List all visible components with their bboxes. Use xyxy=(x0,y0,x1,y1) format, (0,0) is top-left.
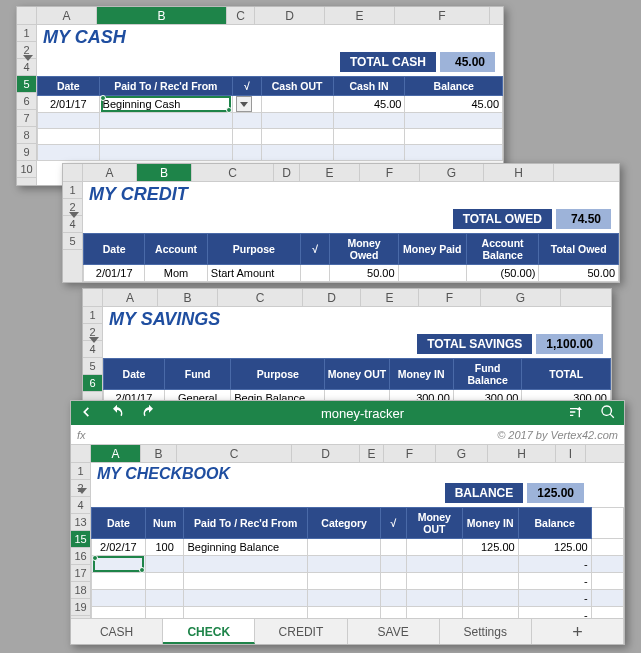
cell-in[interactable]: 125.00 xyxy=(462,539,518,556)
th-check: √ xyxy=(300,234,330,265)
col-A[interactable]: A xyxy=(37,7,97,24)
cell-account[interactable]: Mom xyxy=(145,265,207,282)
cell-date[interactable]: 2/01/17 xyxy=(38,96,100,113)
undo-icon[interactable] xyxy=(109,404,125,423)
redo-icon[interactable] xyxy=(141,404,157,423)
outline-collapse-icon[interactable] xyxy=(77,488,87,494)
col-C[interactable]: C xyxy=(218,289,303,306)
row-gutter: 1 2 4 5 xyxy=(63,182,83,282)
col-C[interactable]: C xyxy=(177,445,292,462)
col-F[interactable]: F xyxy=(384,445,436,462)
table-row[interactable]: - xyxy=(92,573,624,590)
table-row[interactable]: - xyxy=(92,556,624,573)
col-A[interactable]: A xyxy=(83,164,137,181)
th-fbal: Fund Balance xyxy=(453,359,522,390)
cell-paid[interactable]: Beginning Cash xyxy=(99,96,232,113)
row-gutter: 1 2 4 5 6 7 8 9 10 xyxy=(17,25,37,185)
col-D[interactable]: D xyxy=(292,445,360,462)
tab-credit[interactable]: CREDIT xyxy=(255,619,347,644)
tab-check[interactable]: CHECK xyxy=(163,619,255,644)
window-checkbook: money-tracker fx © 2017 by Vertex42.com … xyxy=(70,400,625,645)
cell-paid[interactable] xyxy=(398,265,466,282)
table-row[interactable] xyxy=(38,145,503,161)
outline-collapse-icon[interactable] xyxy=(89,337,99,343)
col-F[interactable]: F xyxy=(419,289,481,306)
cell-abal[interactable]: (50.00) xyxy=(466,265,539,282)
col-G[interactable]: G xyxy=(420,164,484,181)
col-F[interactable]: F xyxy=(360,164,420,181)
window-savings: A B C D E F G 1 2 4 5 6 MY SAVINGS TOTAL… xyxy=(82,288,612,408)
col-B[interactable]: B xyxy=(137,164,192,181)
th-cat: Category xyxy=(308,508,381,539)
cell-out[interactable] xyxy=(406,539,462,556)
col-G[interactable]: G xyxy=(436,445,488,462)
cell-num[interactable]: 100 xyxy=(145,539,184,556)
cell-purpose[interactable]: Start Amount xyxy=(207,265,300,282)
col-E[interactable]: E xyxy=(325,7,395,24)
sort-icon[interactable] xyxy=(568,404,584,423)
col-E[interactable]: E xyxy=(361,289,419,306)
col-C[interactable]: C xyxy=(227,7,255,24)
col-I[interactable]: I xyxy=(556,445,586,462)
total-label: TOTAL OWED xyxy=(453,209,552,229)
col-G[interactable]: G xyxy=(481,289,561,306)
tab-settings[interactable]: Settings xyxy=(440,619,532,644)
th-paid: Paid To / Rec'd From xyxy=(99,77,232,96)
col-D[interactable]: D xyxy=(255,7,325,24)
th-date: Date xyxy=(38,77,100,96)
cell-cat[interactable] xyxy=(308,539,381,556)
col-E[interactable]: E xyxy=(300,164,360,181)
add-sheet-button[interactable]: + xyxy=(532,619,624,644)
formula-bar[interactable]: fx © 2017 by Vertex42.com xyxy=(71,425,624,445)
col-A[interactable]: A xyxy=(103,289,158,306)
table-row[interactable]: 2/02/17 100 Beginning Balance 125.00 125… xyxy=(92,539,624,556)
cash-grid: Date Paid To / Rec'd From √ Cash OUT Cas… xyxy=(37,76,503,161)
table-row[interactable]: - xyxy=(92,590,624,607)
column-headers: A B C D E F G H I xyxy=(71,445,624,463)
col-C[interactable]: C xyxy=(192,164,274,181)
th-bal: Balance xyxy=(518,508,591,539)
table-row[interactable]: 2/01/17 Mom Start Amount 50.00 (50.00) 5… xyxy=(84,265,619,282)
cell-out[interactable] xyxy=(261,96,333,113)
th-purpose: Purpose xyxy=(231,359,325,390)
sheet-tabs: CASH CHECK CREDIT SAVE Settings + xyxy=(71,618,624,644)
selected-cell[interactable] xyxy=(92,556,146,573)
th-in: Money IN xyxy=(389,359,453,390)
th-out: Cash OUT xyxy=(261,77,333,96)
dropdown-button[interactable] xyxy=(236,96,252,112)
tab-cash[interactable]: CASH xyxy=(71,619,163,644)
table-row[interactable] xyxy=(38,113,503,129)
document-title: money-tracker xyxy=(173,406,552,421)
col-D[interactable]: D xyxy=(303,289,361,306)
col-B[interactable]: B xyxy=(158,289,218,306)
cell-in[interactable]: 45.00 xyxy=(333,96,405,113)
col-A[interactable]: A xyxy=(91,445,141,462)
col-F[interactable]: F xyxy=(395,7,490,24)
col-B[interactable]: B xyxy=(141,445,177,462)
back-icon[interactable] xyxy=(79,405,93,422)
search-icon[interactable] xyxy=(600,404,616,423)
cell-paid[interactable]: Beginning Balance xyxy=(184,539,308,556)
cell-date[interactable]: 2/02/17 xyxy=(92,539,146,556)
table-row[interactable] xyxy=(38,129,503,145)
cell-owed[interactable]: 50.00 xyxy=(330,265,398,282)
outline-collapse-icon[interactable] xyxy=(69,212,79,218)
col-H[interactable]: H xyxy=(484,164,554,181)
table-row[interactable]: 2/01/17 Beginning Cash 45.00 45.00 xyxy=(38,96,503,113)
cell-date[interactable]: 2/01/17 xyxy=(84,265,145,282)
th-out: Money OUT xyxy=(325,359,389,390)
tab-save[interactable]: SAVE xyxy=(348,619,440,644)
cell-check[interactable] xyxy=(381,539,407,556)
copyright-text: © 2017 by Vertex42.com xyxy=(497,429,618,441)
col-E[interactable]: E xyxy=(360,445,384,462)
col-D[interactable]: D xyxy=(274,164,300,181)
cell-bal[interactable]: 45.00 xyxy=(405,96,503,113)
outline-collapse-icon[interactable] xyxy=(23,55,33,61)
cell-bal[interactable]: 125.00 xyxy=(518,539,591,556)
col-B[interactable]: B xyxy=(97,7,227,24)
cell-check[interactable] xyxy=(300,265,330,282)
col-H[interactable]: H xyxy=(488,445,556,462)
window-credit: A B C D E F G H 1 2 4 5 MY CREDIT TOTAL … xyxy=(62,163,620,283)
cell-tot[interactable]: 50.00 xyxy=(539,265,619,282)
row-gutter: 1 2 4 13 15 16 17 18 19 xyxy=(71,463,91,618)
